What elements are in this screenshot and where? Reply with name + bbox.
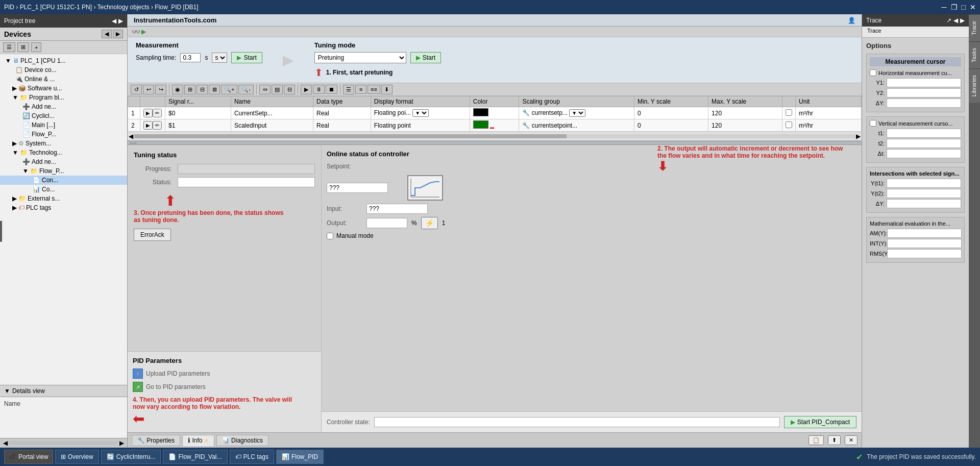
diagnostics-tab[interactable]: 📊 Diagnostics [216, 435, 268, 446]
trace-tab[interactable]: Trace [862, 27, 887, 37]
tree-item-plc1[interactable]: ▼ 🖥 PLC_1 [CPU 1... [0, 56, 127, 65]
row1-ctrl[interactable]: ▶✏ [140, 107, 165, 119]
vertical-cursor-checkbox[interactable] [870, 120, 876, 127]
status-copy-btn[interactable]: 📋 [808, 435, 824, 445]
side-tabs[interactable]: Trace Tasks Libraries [969, 14, 980, 448]
t2-input[interactable] [887, 139, 961, 148]
output-val[interactable] [366, 218, 407, 228]
start-tab[interactable]: Start [0, 220, 2, 241]
trace-collapse-btn[interactable]: ◀ [953, 17, 958, 24]
col-name[interactable]: Name [231, 96, 313, 107]
status-bar-actions[interactable]: 📋 ⬆ ✕ [808, 435, 857, 445]
tb-btn8[interactable]: 🔍+ [221, 85, 237, 94]
tree-view-btn2[interactable]: ⊞ [17, 42, 29, 52]
status-tabs[interactable]: 🔧 Properties ℹ Info ⚠ 📊 Diagnostics [132, 435, 268, 446]
side-tab-trace[interactable]: Trace [969, 14, 980, 41]
row2-color-box[interactable] [473, 120, 488, 129]
properties-tab[interactable]: 🔧 Properties [132, 435, 180, 446]
tuning-mode-select[interactable]: Pretuning [314, 52, 406, 63]
status-input[interactable] [178, 177, 315, 187]
col-scaling-group[interactable]: Scaling group [519, 96, 634, 107]
tree-item-device-co[interactable]: 📋 Device co... [0, 65, 127, 75]
row2-checkbox[interactable] [782, 119, 796, 132]
tree-item-flow-p1[interactable]: 📄 Flow_P... [0, 130, 127, 139]
row1-datatype[interactable]: Real [313, 107, 371, 119]
taskbar-overview[interactable]: ⊞ Overview [55, 450, 99, 464]
col-datatype[interactable]: Data type [313, 96, 371, 107]
row2-max-y[interactable]: 120 [708, 119, 782, 132]
tree-item-main[interactable]: 📄 Main [...] [0, 120, 127, 130]
nav-forward-btn[interactable]: ▶ [113, 30, 123, 38]
tree-expand-btn[interactable]: ▶ [118, 17, 123, 24]
hscroll-track[interactable] [134, 134, 855, 138]
tb-btn6[interactable]: ⊟ [197, 85, 208, 94]
tree-add-btn[interactable]: + [31, 42, 41, 52]
taskbar-plc-tags[interactable]: 🏷 PLC tags [230, 450, 274, 464]
scroll-left-btn[interactable]: ◀ [3, 439, 8, 447]
tree-item-add-ne2[interactable]: ➕ Add ne... [0, 157, 127, 166]
status-collapse-btn[interactable]: ✕ [845, 435, 857, 445]
tb-btn9[interactable]: 🔍- [238, 85, 254, 94]
tb-btn15[interactable]: ⏹ [326, 85, 337, 94]
tuning-start-btn[interactable]: ▶ Start [410, 52, 441, 63]
row2-check[interactable] [786, 121, 792, 128]
row2-color[interactable]: ▬ [470, 119, 519, 132]
col-signal-r[interactable]: Signal r... [165, 96, 231, 107]
tree-item-online[interactable]: 🔌 Online & ... [0, 75, 127, 84]
am-input[interactable] [887, 229, 962, 238]
int-input[interactable] [887, 239, 962, 248]
tb-btn18[interactable]: ≡≡ [368, 85, 380, 94]
col-unit[interactable]: Unit [796, 96, 862, 107]
table-row[interactable]: 1 ▶✏ $0 CurrentSetp... Real Floating poi… [128, 107, 862, 119]
scroll-right-arrow[interactable]: ▶ [856, 133, 861, 140]
trace-undock-btn[interactable]: ↗ [946, 17, 951, 24]
tb-btn17[interactable]: ≡ [355, 85, 366, 94]
side-tab-tasks[interactable]: Tasks [969, 41, 980, 68]
row1-checkbox[interactable] [782, 107, 796, 119]
row1-scaling-select[interactable]: ▼ [569, 109, 585, 117]
tb-btn5[interactable]: ⊞ [184, 85, 195, 94]
row2-datatype[interactable]: Real [313, 119, 371, 132]
trace-inner-tabs[interactable]: Trace [862, 27, 969, 37]
rms-input[interactable] [887, 249, 962, 258]
yt2-input[interactable] [887, 189, 961, 198]
tree-item-prog-bl[interactable]: ▼ 📁 Program bl... [0, 93, 127, 102]
resize-handle[interactable]: ⟺ [128, 141, 862, 145]
delta-t-input[interactable] [887, 149, 961, 158]
sampling-input[interactable] [180, 53, 201, 62]
progress-input[interactable] [178, 164, 315, 174]
tree-view-btn1[interactable]: ☰ [3, 42, 15, 52]
row2-scaling[interactable]: 🔧 currentsetpoint... [519, 119, 634, 132]
hscroll-thumb[interactable] [134, 134, 567, 138]
row1-min-y[interactable]: 0 [634, 107, 708, 119]
upload-pid-label[interactable]: Upload PID parameters [146, 370, 210, 377]
setpoint-val-input[interactable] [327, 183, 388, 193]
close-btn[interactable]: ✕ [970, 3, 976, 11]
taskbar-cyclic[interactable]: 🔄 CyclicInterru... [101, 450, 161, 464]
tree-item-plc-tags[interactable]: ▶ 🏷 PLC tags [0, 203, 127, 212]
trace-expand-btn[interactable]: ▶ [960, 17, 965, 24]
t1-input[interactable] [887, 129, 961, 138]
input-val[interactable] [366, 204, 428, 214]
devices-nav[interactable]: ◀ ▶ [102, 30, 123, 38]
nav-back-btn[interactable]: ◀ [102, 30, 112, 38]
col-max-y[interactable]: Max. Y scale [708, 96, 782, 107]
goto-pid-icon[interactable]: ↗ [133, 382, 143, 392]
tb-undo-btn[interactable]: ↩ [143, 85, 154, 94]
col-display[interactable]: Display format [371, 96, 470, 107]
center-header-icons[interactable]: 👤 [848, 17, 855, 24]
scroll-left-arrow[interactable]: ◀ [129, 133, 133, 140]
col-color[interactable]: Color [470, 96, 519, 107]
tree-toolbar[interactable]: ☰ ⊞ + [0, 41, 127, 54]
row2-ctrl-btn[interactable]: ▶ [143, 121, 153, 130]
portal-view-btn[interactable]: ⬛ Portal view [4, 450, 53, 464]
window-controls[interactable]: ─ ❐ □ ✕ [942, 3, 976, 11]
measurement-start-btn[interactable]: ▶ Start [231, 52, 262, 63]
tb-btn10[interactable]: ⇔ [259, 85, 271, 94]
row1-color-box[interactable] [473, 108, 488, 116]
upload-pid-icon[interactable]: ↑ [133, 369, 143, 379]
row1-check[interactable] [786, 109, 792, 116]
row1-name[interactable]: CurrentSetp... [231, 107, 313, 119]
row1-max-y[interactable]: 120 [708, 107, 782, 119]
row1-display-select[interactable]: ▼ [412, 109, 429, 117]
